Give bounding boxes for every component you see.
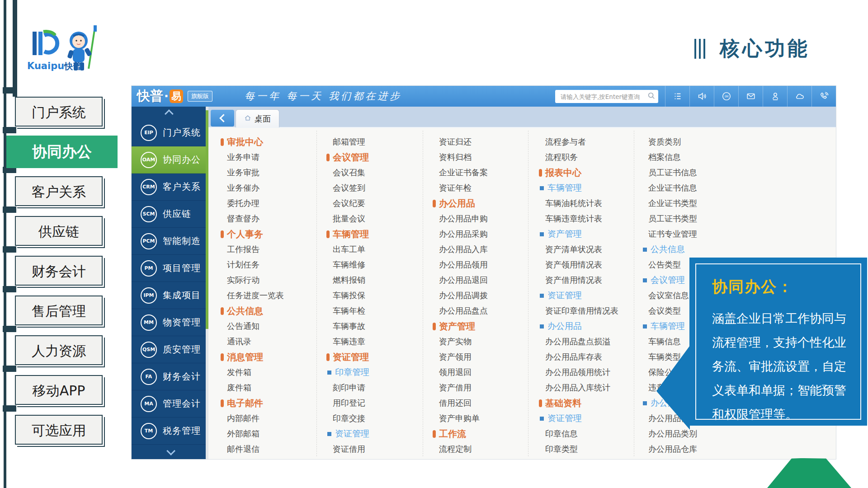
menu-item[interactable]: 办公用品领用统计 bbox=[539, 365, 618, 380]
menu-item[interactable]: 借用还回 bbox=[433, 395, 488, 411]
menu-item[interactable]: 资产申购单 bbox=[433, 411, 488, 426]
menu-subcategory[interactable]: 资证管理 bbox=[539, 288, 618, 303]
side-nav-item-移动APP[interactable]: 移动APP bbox=[15, 375, 103, 405]
menu-subcategory[interactable]: 资产管理 bbox=[539, 226, 618, 242]
menu-item[interactable]: 资证印章借用情况表 bbox=[539, 303, 618, 319]
menu-category[interactable]: 电子邮件 bbox=[221, 395, 284, 411]
module-item-PM[interactable]: PM项目管理 bbox=[132, 255, 208, 282]
menu-item[interactable]: 档案信息 bbox=[642, 150, 697, 165]
menu-item[interactable]: 车辆事故 bbox=[326, 319, 369, 334]
menu-item[interactable]: 车辆违章统计表 bbox=[539, 211, 618, 226]
menu-item[interactable]: 会议类型 bbox=[642, 303, 697, 319]
menu-item[interactable]: 督查督办 bbox=[221, 211, 284, 226]
menu-item[interactable]: 办公用品盘点 bbox=[433, 303, 488, 319]
module-item-FA[interactable]: FA财务会计 bbox=[132, 363, 208, 390]
menu-item[interactable]: 任务进度一览表 bbox=[221, 288, 284, 303]
module-item-EIP[interactable]: EIP门户系统 bbox=[132, 119, 208, 146]
menu-item[interactable]: 流程定制 bbox=[433, 441, 488, 457]
sidebar-scroll-up[interactable] bbox=[132, 107, 208, 119]
menu-item[interactable]: 员工证书类型 bbox=[642, 211, 697, 226]
module-item-QSM[interactable]: QSM质安管理 bbox=[132, 336, 208, 363]
menu-item[interactable]: 资产清单状况表 bbox=[539, 242, 618, 257]
menu-category[interactable]: 资证管理 bbox=[326, 349, 369, 365]
menu-item[interactable]: 批量会议 bbox=[326, 211, 369, 226]
list-icon[interactable] bbox=[665, 86, 689, 107]
menu-item[interactable]: 车辆投保 bbox=[326, 288, 369, 303]
menu-category[interactable]: 消息管理 bbox=[221, 349, 284, 365]
menu-item[interactable]: 内部邮件 bbox=[221, 411, 284, 426]
menu-subcategory[interactable]: 办公用品 bbox=[539, 319, 618, 334]
menu-item[interactable]: 会议纪要 bbox=[326, 196, 369, 211]
cloud-icon[interactable] bbox=[787, 86, 811, 107]
side-nav-item-供应链[interactable]: 供应链 bbox=[15, 216, 103, 246]
menu-item[interactable]: 领用退回 bbox=[433, 365, 488, 380]
side-nav-item-客户关系[interactable]: 客户关系 bbox=[15, 176, 103, 206]
menu-item[interactable]: 办公用品采购 bbox=[433, 226, 488, 242]
menu-item[interactable]: 车辆违章 bbox=[326, 334, 369, 349]
menu-item[interactable]: 会议室信息 bbox=[642, 288, 697, 303]
search-icon[interactable] bbox=[647, 92, 656, 102]
menu-item[interactable]: 废件箱 bbox=[221, 380, 284, 395]
menu-item[interactable]: 业务催办 bbox=[221, 180, 284, 196]
menu-item[interactable]: 邮箱管理 bbox=[326, 134, 369, 150]
menu-item[interactable]: 企业证书类型 bbox=[642, 196, 697, 211]
side-nav-item-可选应用[interactable]: 可选应用 bbox=[15, 415, 103, 445]
menu-item[interactable]: 邮件退信 bbox=[221, 441, 284, 457]
menu-item[interactable]: 员工证书信息 bbox=[642, 165, 697, 180]
menu-subcategory[interactable]: 资证管理 bbox=[539, 411, 618, 426]
side-nav-item-售后管理[interactable]: 售后管理 bbox=[15, 296, 103, 325]
menu-item[interactable]: 办公用品仓库 bbox=[642, 441, 697, 457]
menu-item[interactable]: 通讯录 bbox=[221, 334, 284, 349]
menu-item[interactable]: 计划任务 bbox=[221, 257, 284, 272]
menu-item[interactable]: 资产借用情况表 bbox=[539, 272, 618, 288]
side-nav-item-人力资源[interactable]: 人力资源 bbox=[15, 335, 103, 365]
menu-item[interactable]: 车辆维修 bbox=[326, 257, 369, 272]
menu-category[interactable]: 个人事务 bbox=[221, 226, 284, 242]
search-input[interactable] bbox=[560, 93, 647, 101]
menu-item[interactable]: 流程职务 bbox=[539, 150, 618, 165]
menu-item[interactable]: 车辆油耗统计表 bbox=[539, 196, 618, 211]
menu-item[interactable]: 资产领用情况表 bbox=[539, 257, 618, 272]
menu-item[interactable]: 资证归还 bbox=[433, 134, 488, 150]
module-item-MM[interactable]: MM物资管理 bbox=[132, 309, 208, 336]
menu-item[interactable]: 外部邮箱 bbox=[221, 426, 284, 441]
menu-item[interactable]: 办公用品入库统计 bbox=[539, 380, 618, 395]
module-item-SCM[interactable]: SCM供应链 bbox=[132, 201, 208, 228]
menu-item[interactable]: 办公用品退回 bbox=[433, 272, 488, 288]
menu-item[interactable]: 实际行动 bbox=[221, 272, 284, 288]
module-item-CRM[interactable]: CRM客户关系 bbox=[132, 174, 208, 201]
menu-subcategory[interactable]: 公共信息 bbox=[642, 242, 697, 257]
menu-item[interactable]: 资质类别 bbox=[642, 134, 697, 150]
menu-item[interactable]: 资产领用 bbox=[433, 349, 488, 365]
module-item-IPM[interactable]: IPM集成项目 bbox=[132, 282, 208, 309]
menu-subcategory[interactable]: 会议管理 bbox=[642, 272, 697, 288]
speaker-icon[interactable] bbox=[689, 86, 714, 107]
menu-item[interactable]: 车辆信息 bbox=[642, 334, 697, 349]
menu-item[interactable]: 发件箱 bbox=[221, 365, 284, 380]
menu-category[interactable]: 基础资料 bbox=[539, 395, 618, 411]
menu-item[interactable]: 资产借用 bbox=[433, 380, 488, 395]
menu-item[interactable]: 业务审批 bbox=[221, 165, 284, 180]
side-nav-item-协同办公[interactable]: 协同办公 bbox=[6, 136, 118, 168]
menu-item[interactable]: 办公用品申购 bbox=[433, 211, 488, 226]
menu-category[interactable]: 公共信息 bbox=[221, 303, 284, 319]
mail-icon[interactable] bbox=[738, 86, 763, 107]
menu-category[interactable]: 会议管理 bbox=[326, 150, 369, 165]
menu-item[interactable]: 出车工单 bbox=[326, 242, 369, 257]
menu-category[interactable]: 审批中心 bbox=[221, 134, 284, 150]
back-button[interactable] bbox=[211, 110, 234, 127]
menu-item[interactable]: 公告通知 bbox=[221, 319, 284, 334]
menu-item[interactable]: 证书专业管理 bbox=[642, 226, 697, 242]
menu-item[interactable]: 用印登记 bbox=[326, 395, 369, 411]
module-item-MA[interactable]: MA管理会计 bbox=[132, 390, 208, 418]
menu-item[interactable]: 车辆年检 bbox=[326, 303, 369, 319]
menu-item[interactable]: 刻印申请 bbox=[326, 380, 369, 395]
menu-item[interactable]: 业务申请 bbox=[221, 150, 284, 165]
menu-item[interactable]: 资证年检 bbox=[433, 180, 488, 196]
menu-category[interactable]: 车辆管理 bbox=[326, 226, 369, 242]
menu-subcategory[interactable]: 车辆管理 bbox=[642, 319, 697, 334]
menu-subcategory[interactable]: 印章管理 bbox=[326, 365, 369, 380]
module-item-TM[interactable]: TM税务管理 bbox=[132, 418, 208, 445]
menu-category[interactable]: 办公用品 bbox=[433, 196, 488, 211]
module-item-PCM[interactable]: PCM智能制造 bbox=[132, 228, 208, 255]
